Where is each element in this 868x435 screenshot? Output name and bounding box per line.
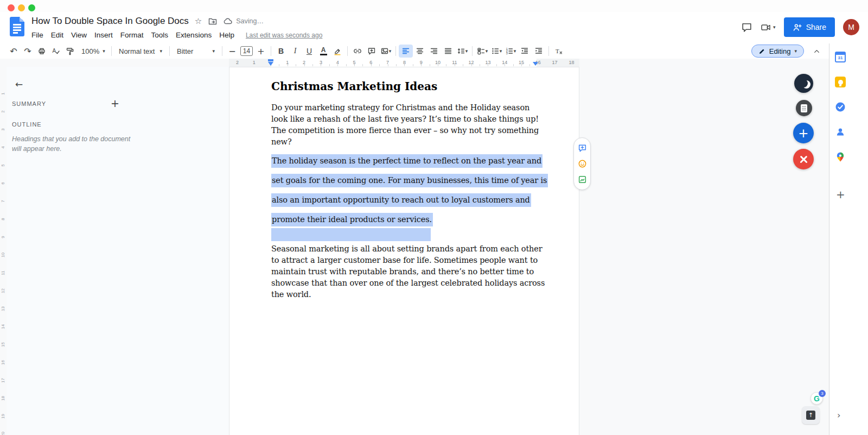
calendar-button[interactable]: 31	[834, 51, 846, 63]
move-folder-icon[interactable]	[208, 16, 218, 26]
share-button[interactable]: Share	[784, 17, 835, 37]
minimize-window-button[interactable]	[18, 4, 25, 11]
tasks-button[interactable]	[834, 101, 846, 113]
menu-view[interactable]: View	[67, 30, 91, 40]
checklist-button[interactable]: ▾	[475, 45, 489, 58]
editing-mode-selector[interactable]: Editing ▾	[751, 45, 804, 58]
toolbar-separator	[169, 46, 170, 56]
contacts-button[interactable]	[834, 126, 846, 138]
document-shortcut-button[interactable]	[796, 100, 812, 116]
justify-icon	[444, 47, 452, 55]
menu-tools[interactable]: Tools	[148, 30, 173, 40]
redo-button[interactable]: ↷	[21, 45, 35, 58]
ruler-number: 20	[1, 431, 5, 435]
expand-panel-arrow[interactable]: ›	[837, 411, 840, 420]
extension-close-button[interactable]	[793, 149, 814, 169]
menu-help[interactable]: Help	[215, 30, 238, 40]
add-comment-margin-button[interactable]	[578, 143, 587, 153]
first-line-indent-marker[interactable]	[268, 59, 273, 61]
join-call-button[interactable]: ▾	[761, 22, 776, 33]
maps-button[interactable]	[834, 151, 846, 163]
font-family-select[interactable]: Bitter ▾	[173, 45, 219, 58]
highlight-color-button[interactable]	[330, 45, 344, 58]
ruler-number: 7	[386, 60, 389, 65]
get-addons-button[interactable]: +	[836, 189, 845, 200]
paragraph-style-select[interactable]: Normal text ▾	[114, 45, 167, 58]
ruler-number: 13	[485, 60, 490, 65]
folder-icon	[208, 16, 218, 26]
numbered-list-button[interactable]: 123 ▾	[503, 45, 518, 58]
align-center-button[interactable]	[413, 45, 427, 58]
text-line: The competition is more fierce than ever…	[271, 125, 536, 136]
toolbar-separator	[548, 46, 549, 56]
spelling-check-button[interactable]: A	[49, 45, 63, 58]
text-line: new?	[271, 136, 536, 148]
menu-edit[interactable]: Edit	[47, 30, 67, 40]
hide-menus-button[interactable]	[809, 45, 824, 58]
zoom-window-button[interactable]	[28, 4, 35, 11]
ruler-number: 8	[1, 216, 5, 223]
emoji-reaction-button[interactable]	[578, 159, 587, 168]
smiley-icon	[578, 159, 587, 168]
outdent-icon	[520, 47, 529, 55]
underline-button[interactable]: U	[302, 45, 316, 58]
ruler-left-margin	[229, 59, 271, 67]
insert-comment-button[interactable]	[365, 45, 379, 58]
zoom-select[interactable]: 100% ▾	[77, 45, 108, 58]
insert-image-button[interactable]: ▾	[379, 45, 393, 58]
line-spacing-button[interactable]: ▾	[455, 45, 469, 58]
italic-button[interactable]: I	[288, 45, 302, 58]
increase-indent-button[interactable]	[532, 45, 546, 58]
add-summary-button[interactable]: +	[111, 98, 119, 109]
left-indent-marker[interactable]	[268, 62, 273, 66]
star-icon[interactable]: ☆	[195, 16, 202, 26]
decrease-font-size-button[interactable]: −	[225, 45, 239, 58]
add-comment-icon	[578, 143, 587, 153]
macos-titlebar	[0, 0, 868, 12]
horizontal-ruler[interactable]: 21123456789101112131415161718	[229, 59, 579, 67]
grammarly-button[interactable]: G3	[810, 392, 823, 405]
maps-pin-icon	[835, 152, 846, 162]
save-shortcut-button[interactable]: ↑	[802, 406, 820, 424]
justify-button[interactable]	[441, 45, 455, 58]
keep-button[interactable]	[834, 76, 846, 88]
font-size-value[interactable]: 14	[240, 46, 253, 56]
menu-extensions[interactable]: Extensions	[172, 30, 215, 40]
account-avatar[interactable]: M	[843, 19, 859, 35]
google-docs-logo-icon[interactable]	[10, 17, 24, 36]
ruler-number: 9	[1, 234, 5, 241]
vertical-ruler: 1234567891011121314151617181920	[0, 59, 7, 435]
menu-format[interactable]: Format	[117, 30, 148, 40]
document-page[interactable]: Christmas Marketing Ideas Do your market…	[229, 67, 579, 435]
right-indent-marker[interactable]	[533, 62, 538, 66]
paint-format-button[interactable]	[63, 45, 77, 58]
increase-font-size-button[interactable]: +	[254, 45, 268, 58]
clear-formatting-button[interactable]: T	[552, 45, 566, 58]
zoom-value: 100%	[81, 47, 99, 55]
text-color-button[interactable]: A	[316, 45, 330, 58]
print-button[interactable]	[35, 45, 49, 58]
undo-button[interactable]: ↶	[7, 45, 21, 58]
document-title[interactable]: How To Double Space In Google Docs	[31, 16, 189, 27]
dark-mode-toggle[interactable]	[794, 74, 813, 93]
chevron-down-icon: ▾	[773, 25, 776, 30]
suggest-edits-button[interactable]	[578, 175, 587, 184]
toolbar-separator	[395, 46, 396, 56]
text-color-icon: A	[320, 47, 327, 55]
bulleted-list-button[interactable]: ▾	[489, 45, 503, 58]
menu-file[interactable]: File	[28, 30, 47, 40]
ruler-number: 3	[1, 127, 5, 133]
menu-insert[interactable]: Insert	[91, 30, 117, 40]
close-panel-arrow-icon[interactable]: ←	[15, 79, 23, 90]
insert-link-button[interactable]	[350, 45, 365, 58]
align-left-button[interactable]	[399, 45, 413, 58]
toolbar-separator	[472, 46, 473, 56]
bold-button[interactable]: B	[274, 45, 288, 58]
extension-add-button[interactable]: +	[793, 123, 814, 143]
comment-history-button[interactable]	[741, 22, 752, 33]
align-right-button[interactable]	[427, 45, 441, 58]
share-button-label: Share	[806, 23, 826, 31]
last-edit-link[interactable]: Last edit was seconds ago	[246, 31, 322, 39]
decrease-indent-button[interactable]	[518, 45, 532, 58]
close-window-button[interactable]	[8, 4, 15, 11]
